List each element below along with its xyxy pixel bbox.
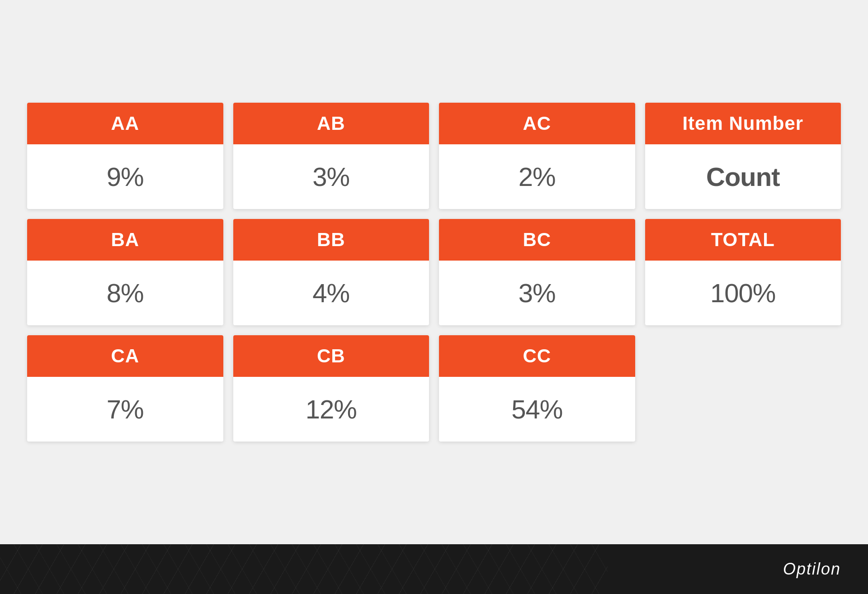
card-header-cb: CB — [233, 335, 429, 377]
card-ac: AC2% — [439, 103, 635, 209]
metrics-grid: AA9%AB3%AC2%Item NumberCountBA8%BB4%BC3%… — [27, 103, 841, 442]
card-header-ac: AC — [439, 103, 635, 144]
card-header-text-total: TOTAL — [711, 229, 775, 250]
card-body-total: 100% — [645, 261, 841, 325]
card-aa: AA9% — [27, 103, 223, 209]
card-value-bb: 4% — [312, 278, 349, 308]
card-cc: CC54% — [439, 335, 635, 442]
card-header-text-ab: AB — [317, 113, 345, 134]
card-body-ca: 7% — [27, 377, 223, 442]
card-body-ba: 8% — [27, 261, 223, 325]
card-cb: CB12% — [233, 335, 429, 442]
card-value-aa: 9% — [107, 162, 144, 191]
card-body-ac: 2% — [439, 144, 635, 209]
card-header-ca: CA — [27, 335, 223, 377]
card-header-text-aa: AA — [111, 113, 139, 134]
card-body-item-number: Count — [645, 144, 841, 209]
optilon-logo: Optilon — [783, 560, 841, 579]
card-ba: BA8% — [27, 219, 223, 325]
card-value-item-number: Count — [706, 162, 780, 191]
card-header-ba: BA — [27, 219, 223, 261]
card-header-text-cb: CB — [317, 345, 345, 366]
card-header-cc: CC — [439, 335, 635, 377]
card-body-bc: 3% — [439, 261, 635, 325]
card-header-text-cc: CC — [523, 345, 551, 366]
card-header-text-ba: BA — [111, 229, 139, 250]
card-value-ac: 2% — [519, 162, 556, 191]
card-total: TOTAL100% — [645, 219, 841, 325]
card-header-text-ca: CA — [111, 345, 139, 366]
footer-bar: Optilon — [0, 544, 868, 594]
card-header-text-item-number: Item Number — [682, 113, 803, 134]
card-value-cc: 54% — [511, 394, 562, 424]
card-bc: BC3% — [439, 219, 635, 325]
card-value-bc: 3% — [519, 278, 556, 308]
card-value-cb: 12% — [306, 394, 357, 424]
card-body-ab: 3% — [233, 144, 429, 209]
card-value-ba: 8% — [107, 278, 144, 308]
card-header-text-ac: AC — [523, 113, 551, 134]
card-body-cc: 54% — [439, 377, 635, 442]
card-header-aa: AA — [27, 103, 223, 144]
card-body-aa: 9% — [27, 144, 223, 209]
card-header-text-bb: BB — [317, 229, 345, 250]
card-header-bb: BB — [233, 219, 429, 261]
main-content: AA9%AB3%AC2%Item NumberCountBA8%BB4%BC3%… — [0, 0, 868, 544]
card-bb: BB4% — [233, 219, 429, 325]
card-item-number: Item NumberCount — [645, 103, 841, 209]
card-header-item-number: Item Number — [645, 103, 841, 144]
card-header-ab: AB — [233, 103, 429, 144]
card-ab: AB3% — [233, 103, 429, 209]
card-body-cb: 12% — [233, 377, 429, 442]
card-header-bc: BC — [439, 219, 635, 261]
card-header-text-bc: BC — [523, 229, 551, 250]
card-header-total: TOTAL — [645, 219, 841, 261]
empty-slot — [645, 335, 841, 442]
card-body-bb: 4% — [233, 261, 429, 325]
card-value-total: 100% — [710, 278, 775, 308]
card-value-ab: 3% — [312, 162, 349, 191]
card-ca: CA7% — [27, 335, 223, 442]
card-value-ca: 7% — [107, 394, 144, 424]
